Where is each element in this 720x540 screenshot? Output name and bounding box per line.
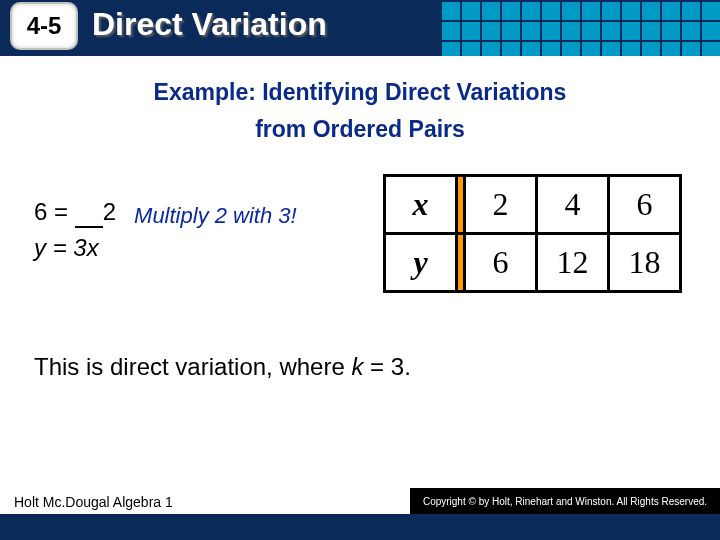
hint-text: Multiply 2 with 3! (134, 203, 297, 229)
x-val-1: 2 (465, 175, 537, 233)
equation-1: 6 = 2 (34, 198, 116, 228)
eq1-rhs: 2 (103, 198, 116, 225)
mid-row: 6 = 2 y = 3x Multiply 2 with 3! x 2 4 6 … (28, 174, 692, 293)
y-val-3: 18 (609, 233, 681, 291)
slide-title: Direct Variation (92, 6, 327, 43)
table-row: y 6 12 18 (385, 233, 681, 291)
xy-table: x 2 4 6 y 6 12 18 (383, 174, 682, 293)
y-val-2: 12 (537, 233, 609, 291)
footer-bar (0, 514, 720, 540)
section-number: 4-5 (27, 12, 62, 40)
highlight-divider (457, 233, 465, 291)
slide-header: 4-5 Direct Variation (0, 0, 720, 56)
xy-table-wrap: x 2 4 6 y 6 12 18 (383, 174, 682, 293)
eq1-lhs: 6 = (34, 198, 68, 225)
example-heading-line2: from Ordered Pairs (255, 116, 465, 142)
x-val-3: 6 (609, 175, 681, 233)
eq2-text: y = 3x (34, 234, 99, 261)
conclusion-text: This is direct variation, where k = 3. (28, 353, 692, 381)
x-header: x (385, 175, 457, 233)
slide-content: Example: Identifying Direct Variations f… (0, 56, 720, 381)
conclusion-pre: This is direct variation, where (34, 353, 351, 380)
conclusion-post: = 3. (363, 353, 410, 380)
copyright-bar: Copyright © by Holt, Rinehart and Winsto… (410, 488, 720, 514)
k-variable: k (351, 353, 363, 380)
y-header: y (385, 233, 457, 291)
copyright-text: Copyright © by Holt, Rinehart and Winsto… (423, 496, 707, 507)
equation-2: y = 3x (34, 234, 116, 262)
example-heading-line1: Example: Identifying Direct Variations (154, 79, 567, 105)
x-val-2: 4 (537, 175, 609, 233)
table-row: x 2 4 6 (385, 175, 681, 233)
book-title: Holt Mc.Dougal Algebra 1 (14, 494, 173, 510)
y-val-1: 6 (465, 233, 537, 291)
section-badge: 4-5 (10, 2, 78, 50)
worked-equations: 6 = 2 y = 3x (28, 198, 116, 268)
eq1-blank (75, 198, 103, 228)
example-heading: Example: Identifying Direct Variations f… (28, 74, 692, 148)
highlight-divider (457, 175, 465, 233)
